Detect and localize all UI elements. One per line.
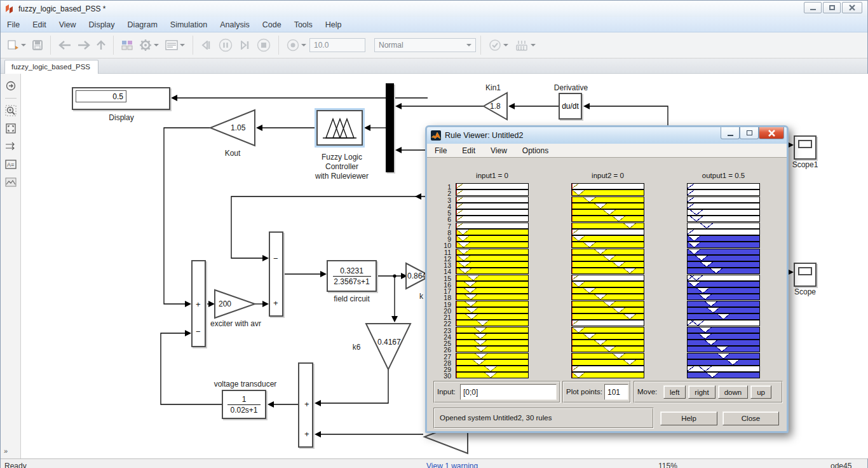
rule-14-input2-plot [571,268,644,274]
status-zoom: 115% [658,462,677,468]
rule-8-output1-plot [687,229,760,235]
rule-10-input1-plot [456,242,529,248]
display-block[interactable]: 0.5 [72,87,170,110]
gain-k6-shape [366,324,410,369]
rule-8-input2-plot [571,229,644,235]
k6-label: k6 [350,343,363,352]
rule-18-input2-plot [571,294,644,300]
rule-18-input1-plot [456,294,529,300]
field-circuit-label: field circuit [328,294,376,303]
rule-19-input1-plot [456,301,529,307]
rule-number[interactable]: 18 [436,294,451,301]
plot-points-label: Plot points: [566,388,602,396]
rule-number[interactable]: 14 [436,268,451,275]
rule-number[interactable]: 19 [436,301,451,308]
rule-number[interactable]: 22 [436,320,451,327]
move-button[interactable]: down [718,385,749,399]
rule-30-input1-plot [456,372,529,378]
rule-13-output1-plot [687,261,760,268]
rule-23-output1-plot [687,327,760,333]
rule-7-input2-plot [571,223,644,229]
rule-17-input2-plot [571,287,644,294]
move-button[interactable]: left [663,385,686,399]
statusbar: Ready View 1 warning 115% ode45 [1,458,867,468]
rule-6-input2-plot [571,216,644,222]
scope-block[interactable] [794,263,817,287]
rule-viewer-window: Rule Viewer: Untitled2 FileEditViewOptio… [425,125,789,433]
rule-number[interactable]: 2 [436,190,451,196]
rule-16-input2-plot [571,281,644,287]
input-value-field[interactable] [460,384,557,400]
rule-17-output1-plot [687,287,760,294]
rule-18-output1-plot [687,294,760,300]
derivative-block[interactable]: du/dt [559,93,582,120]
voltage-transducer-block[interactable]: 1 0.02s+1 [222,390,266,419]
rule-22-input2-plot [571,320,644,326]
move-button[interactable]: up [750,385,771,399]
rule-9-output1-plot [687,235,760,242]
status-ready: Ready [4,462,27,468]
sum3-block[interactable]: + + [298,362,313,448]
sum1-block[interactable]: + − [191,260,206,347]
rule-6-output1-plot [687,216,760,222]
rule-2-input1-plot [456,189,529,196]
rule-number[interactable]: 23 [436,327,451,334]
rule-9-input1-plot [456,235,529,242]
rule-10-input2-plot [571,242,644,248]
rule-number[interactable]: 30 [436,373,451,379]
input-label: Input: [437,388,456,396]
scope1-label: Scope1 [789,160,822,169]
rule-number[interactable]: 3 [436,197,451,203]
rule-14-output1-plot [687,268,760,274]
rule-number[interactable]: 27 [436,354,451,360]
rule-24-input1-plot [456,333,529,340]
rule-22-input1-plot [456,320,529,326]
rule-5-input1-plot [456,209,529,216]
rule-26-input1-plot [456,346,529,352]
rule-21-input2-plot [571,313,644,320]
rule-11-input1-plot [456,249,529,255]
sum2-block[interactable]: − + [269,231,283,317]
move-label: Move: [637,388,657,396]
rule-number[interactable]: 26 [436,347,451,353]
fuzzy-logic-controller-block[interactable] [316,110,363,146]
move-button[interactable]: right [688,385,715,399]
status-solver: ode45 [831,462,851,468]
help-button[interactable]: Help [660,411,717,425]
display-label: Display [96,113,147,122]
field-circuit-block[interactable]: 0.3231 2.3567s+1 [327,260,377,292]
rv-status-text: Opened system Untitled2, 30 rules [440,414,552,422]
membership-functions-icon [318,111,362,144]
rule-12-output1-plot [687,255,760,261]
k-gain-label: k [417,292,426,301]
rule-19-input2-plot [571,301,644,307]
rule-26-input2-plot [571,346,644,352]
rule-5-output1-plot [687,209,760,216]
kout-value: 1.05 [231,123,245,132]
rule-22-output1-plot [687,320,760,326]
scope1-block[interactable] [794,135,817,160]
rule-21-output1-plot [687,313,760,320]
mux-block[interactable] [386,83,394,172]
rule-number[interactable]: 6 [436,216,451,223]
rule-20-input1-plot [456,307,529,313]
field-circuit-num: 0.3231 [340,266,363,275]
voltage-transducer-label: voltage transducer [207,380,283,389]
rule-7-input1-plot [456,223,529,229]
rule-14-input1-plot [456,268,529,274]
rule-number[interactable]: 10 [436,242,451,249]
rule-23-input2-plot [571,327,644,333]
plot-points-field[interactable] [604,384,628,400]
rule-1-input2-plot [571,183,644,189]
rule-number[interactable]: 11 [436,249,451,256]
rule-number[interactable]: 15 [436,275,451,282]
rule-4-input2-plot [571,203,644,209]
rule-29-input2-plot [571,366,644,372]
vt-den: 0.02s+1 [230,406,257,415]
rule-3-input2-plot [571,196,644,203]
status-warning-link[interactable]: View 1 warning [426,462,478,468]
rule-26-output1-plot [687,346,760,352]
kin1-value: 1.8 [490,102,501,111]
rv-close-button-bottom[interactable]: Close [722,411,779,425]
rule-number[interactable]: 7 [436,223,451,230]
